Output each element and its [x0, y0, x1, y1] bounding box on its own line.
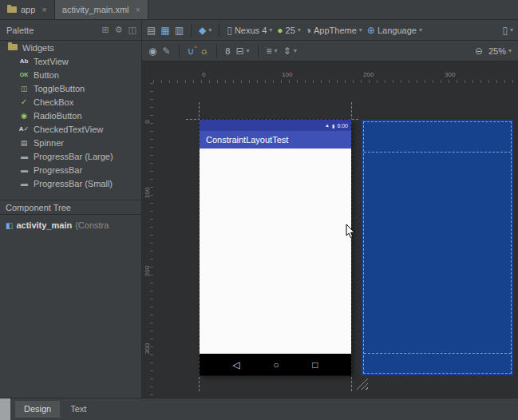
- wifi-icon: ▲: [325, 123, 330, 128]
- margins-dropdown[interactable]: ⊟ ▾: [235, 46, 249, 57]
- ruler-label: 200: [363, 71, 374, 78]
- chevron-down-icon: ▾: [359, 26, 362, 34]
- close-icon[interactable]: ×: [136, 5, 140, 14]
- chevron-down-icon: ▾: [275, 47, 278, 54]
- palette-grid-view-icon[interactable]: ⊞: [102, 25, 109, 35]
- nav-recents-icon: □: [312, 359, 318, 370]
- palette-item-spinner[interactable]: ▤ Spinner: [0, 136, 141, 149]
- chevron-down-icon: ▾: [419, 26, 422, 34]
- tab-app[interactable]: app ×: [0, 0, 55, 19]
- language-selector[interactable]: ⊕ Language ▾: [367, 25, 422, 36]
- ruler-label: 100: [144, 185, 151, 201]
- tab-design-label: Design: [24, 404, 51, 414]
- palette-item-label: ProgressBar (Large): [34, 152, 113, 161]
- align-icon: ≡: [267, 46, 272, 57]
- phone-icon: ▯: [227, 25, 232, 36]
- design-canvas[interactable]: 0 100 200 300 0 100 200 300 ▲ ▮ 6:00 Con…: [142, 61, 518, 398]
- palette-item-progressbar-large[interactable]: ▬ ProgressBar (Large): [0, 149, 141, 163]
- show-constraints-eye-icon[interactable]: ◉: [148, 46, 156, 57]
- palette-panel: Widgets Ab TextView OK Button ◫ ToggleBu…: [0, 41, 142, 398]
- palette-item-button[interactable]: OK Button: [0, 68, 141, 81]
- window-corner-grip: [0, 398, 10, 420]
- palette-item-label: TextView: [34, 57, 69, 66]
- folder-icon: [8, 44, 18, 50]
- horizontal-ruler: 0 100 200 300: [153, 70, 518, 83]
- palette-title: Palette: [6, 26, 97, 35]
- main-toolbar: Palette ⊞ ⚙ ◫ ▤ ▦ ▥ ◆ ▾ ▯ Nexus 4 ▾ ● 25: [0, 20, 518, 41]
- device-content-area[interactable]: [200, 149, 351, 354]
- variants-icon: ◆: [199, 25, 206, 36]
- both-mode-icon[interactable]: ▥: [175, 25, 184, 36]
- device-nav-bar: ◁ ○ □: [200, 354, 351, 375]
- chevron-down-icon: ▾: [298, 26, 301, 34]
- chevron-down-icon: ▾: [247, 47, 250, 54]
- autoconnect-toggle[interactable]: ∪ ×: [188, 46, 195, 57]
- globe-icon: ⊕: [367, 25, 375, 36]
- app-title: ConstraintLayoutTest: [206, 135, 288, 145]
- palette-split-view-icon[interactable]: ◫: [129, 25, 136, 35]
- mouse-cursor: [346, 224, 356, 239]
- orientation-selector[interactable]: ▯ ▾: [502, 25, 513, 36]
- android-studio-layout-editor: app × activity_main.xml × Palette ⊞ ⚙ ◫ …: [0, 0, 518, 420]
- nav-back-icon: ◁: [233, 359, 240, 370]
- variants-dropdown[interactable]: ◆ ▾: [199, 25, 212, 36]
- vertical-ruler: 0 100 200 300: [142, 83, 153, 398]
- canvas-resize-handle[interactable]: [356, 378, 368, 390]
- palette-item-radiobutton[interactable]: ◉ RadioButton: [0, 109, 141, 122]
- zoom-level-dropdown[interactable]: 25% ▾: [488, 46, 512, 56]
- checkedtextview-icon: A✓: [18, 125, 30, 133]
- selection-guide-right: [351, 102, 352, 391]
- design-mode-icon[interactable]: ▤: [147, 25, 156, 36]
- zoom-out-button[interactable]: ⊖: [475, 46, 483, 57]
- palette-item-label: ProgressBar: [34, 165, 82, 175]
- api-version-selector[interactable]: ● 25 ▾: [277, 25, 301, 36]
- palette-item-checkedtextview[interactable]: A✓ CheckedTextView: [0, 122, 141, 136]
- component-tree-item-activity-main[interactable]: ◧ activity_main (Constra: [0, 218, 141, 232]
- blueprint-surface[interactable]: [362, 120, 513, 375]
- chevron-down-icon: ▾: [508, 47, 512, 54]
- palette-item-textview[interactable]: Ab TextView: [0, 54, 141, 68]
- tab-design[interactable]: Design: [15, 401, 60, 418]
- blueprint-mode-icon[interactable]: ▦: [160, 25, 169, 36]
- distribute-dropdown[interactable]: ⇕ ▾: [283, 46, 297, 57]
- infer-constraints-bulb-icon[interactable]: ☼: [200, 46, 208, 57]
- radiobutton-icon: ◉: [18, 112, 30, 120]
- theme-selector[interactable]: ◑ AppTheme ▾: [306, 25, 362, 36]
- zoom-out-icon: ⊖: [475, 46, 483, 57]
- toolbar-separator: [216, 45, 217, 57]
- ruler-label: 300: [144, 341, 151, 357]
- default-margin-value[interactable]: 8: [225, 46, 230, 56]
- palette-group-widgets[interactable]: Widgets: [0, 41, 141, 54]
- palette-item-progressbar-small[interactable]: ▬ ProgressBar (Small): [0, 176, 141, 190]
- tab-text-label: Text: [70, 404, 86, 414]
- disabled-x-icon: ×: [194, 43, 198, 50]
- tab-text[interactable]: Text: [61, 401, 95, 418]
- palette-item-label: Button: [34, 70, 59, 80]
- chevron-down-icon: ▾: [208, 26, 212, 34]
- editor-tab-bar: app × activity_main.xml ×: [0, 0, 518, 20]
- palette-item-togglebutton[interactable]: ◫ ToggleButton: [0, 81, 141, 95]
- palette-item-checkbox[interactable]: ✓ CheckBox: [0, 95, 141, 109]
- progressbar-icon: ▬: [18, 180, 30, 188]
- theme-label: AppTheme: [314, 26, 357, 35]
- palette-item-progressbar[interactable]: ▬ ProgressBar: [0, 163, 141, 176]
- ruler-label: 200: [144, 263, 151, 279]
- blueprint-brush-icon[interactable]: ✎: [162, 46, 170, 57]
- checkbox-icon: ✓: [18, 97, 30, 106]
- tab-activity-main-xml[interactable]: activity_main.xml ×: [55, 0, 148, 19]
- chevron-down-icon: ▾: [294, 47, 297, 54]
- blueprint-border: [363, 121, 512, 374]
- editor-mode-tab-bar: Design Text: [0, 398, 518, 420]
- palette-item-label: RadioButton: [34, 111, 82, 121]
- android-icon: ●: [277, 25, 283, 36]
- palette-panel-header: Palette ⊞ ⚙ ◫: [0, 20, 142, 40]
- palette-gear-icon[interactable]: ⚙: [115, 25, 123, 35]
- design-surface[interactable]: ▲ ▮ 6:00 ConstraintLayoutTest ◁ ○ □: [200, 120, 351, 375]
- palette-item-label: CheckedTextView: [34, 125, 103, 134]
- align-dropdown[interactable]: ≡ ▾: [267, 46, 278, 57]
- design-surface-toolbar: ▤ ▦ ▥ ◆ ▾ ▯ Nexus 4 ▾ ● 25 ▾ ◑ AppTheme: [142, 20, 518, 40]
- tab-app-label: app: [21, 5, 35, 14]
- device-selector[interactable]: ▯ Nexus 4 ▾: [227, 25, 272, 36]
- constraint-layout-icon: ◧: [6, 221, 13, 230]
- close-icon[interactable]: ×: [42, 5, 46, 14]
